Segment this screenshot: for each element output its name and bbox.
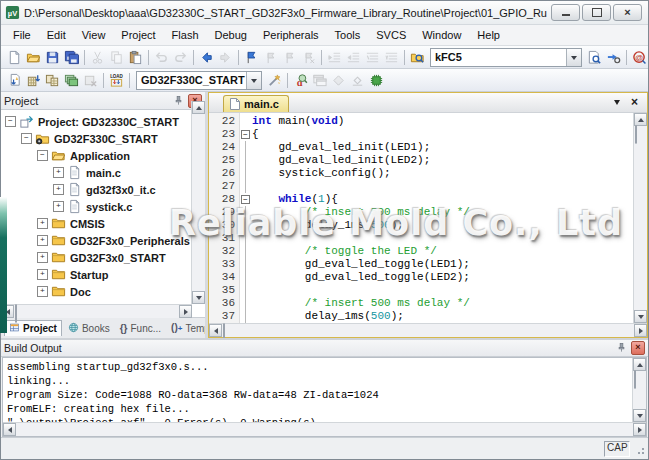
tree-item-project-gd32330c-start[interactable]: −Project: GD32330C_START — [1, 113, 205, 130]
tab-list-dropdown-icon[interactable] — [614, 100, 620, 108]
menu-item-flash[interactable]: Flash — [164, 27, 207, 43]
menu-item-tools[interactable]: Tools — [327, 27, 369, 43]
resize-grip[interactable] — [633, 442, 646, 455]
build-button[interactable] — [24, 71, 43, 89]
expander-plus-icon[interactable]: + — [53, 184, 64, 195]
code-line[interactable]: 22int main(void) — [209, 115, 633, 128]
code-line[interactable]: 26 systick_config(); — [209, 167, 633, 180]
menu-item-edit[interactable]: Edit — [39, 27, 74, 43]
expander-plus-icon[interactable]: + — [37, 235, 48, 246]
code-line[interactable]: 35 — [209, 284, 633, 297]
tree-item-gd32f3x0-peripherals[interactable]: +GD32F3x0_Peripherals — [1, 232, 205, 249]
tree-item-cmsis[interactable]: +CMSIS — [1, 215, 205, 232]
chevron-down-icon[interactable] — [246, 72, 261, 89]
code-line[interactable]: 31 — [209, 232, 633, 245]
expander-plus-icon[interactable]: + — [37, 252, 48, 263]
minimize-button[interactable] — [551, 4, 580, 21]
scroll-right-icon[interactable] — [633, 423, 646, 436]
menu-item-peripherals[interactable]: Peripherals — [255, 27, 327, 43]
menu-item-window[interactable]: Window — [414, 27, 469, 43]
open-file-button[interactable] — [24, 48, 43, 66]
incremental-find-button[interactable] — [604, 48, 623, 66]
find-next-button[interactable] — [585, 48, 604, 66]
expander-minus-icon[interactable]: − — [5, 116, 16, 127]
code-line[interactable]: 23−{ — [209, 128, 633, 141]
rebuild-button[interactable] — [43, 71, 62, 89]
target-combobox[interactable]: GD32F330C_START — [136, 71, 262, 90]
editor-vertical-scrollbar[interactable] — [633, 113, 647, 323]
close-button[interactable]: × — [613, 4, 642, 21]
tree-item-main-c[interactable]: +main.c — [1, 164, 205, 181]
tree-item-application[interactable]: −Application — [1, 147, 205, 164]
maximize-button[interactable] — [582, 4, 611, 21]
save-all-button[interactable] — [62, 48, 81, 66]
code-line[interactable]: 29 /* insert 500 ms delay */ — [209, 206, 633, 219]
translate-button[interactable] — [5, 71, 24, 89]
scroll-left-icon[interactable] — [209, 324, 222, 337]
pin-icon[interactable] — [616, 339, 627, 357]
project-tree-horizontal-scrollbar[interactable] — [1, 304, 192, 318]
scroll-down-icon[interactable] — [633, 409, 646, 422]
code-line[interactable]: 27 — [209, 180, 633, 193]
menu-item-project[interactable]: Project — [113, 27, 163, 43]
menu-item-debug[interactable]: Debug — [207, 27, 255, 43]
find-in-files-button[interactable] — [408, 48, 427, 66]
code-line[interactable]: 25 gd_eval_led_init(LED2); — [209, 154, 633, 167]
code-area[interactable]: 22int main(void)23−{24 gd_eval_led_init(… — [209, 113, 633, 323]
code-line[interactable]: 33 gd_eval_led_toggle(LED1); — [209, 258, 633, 271]
scroll-right-icon[interactable] — [634, 324, 647, 337]
code-line[interactable]: 37 delay_1ms(500); — [209, 310, 633, 323]
paste-button[interactable] — [126, 48, 145, 66]
pack-installer-button[interactable] — [367, 71, 386, 89]
tree-item-doc[interactable]: +Doc — [1, 283, 205, 300]
tree-item-gd32f3x0-it-c[interactable]: +gd32f3x0_it.c — [1, 181, 205, 198]
tree-item-gd32f330c-start[interactable]: −GD32F330C_START — [1, 130, 205, 147]
find-combobox[interactable]: kFC5 — [430, 48, 582, 67]
tree-item-systick-c[interactable]: +systick.c — [1, 198, 205, 215]
tree-item-gd32f3x0-start[interactable]: +GD32F3x0_START — [1, 249, 205, 266]
editor-horizontal-scrollbar[interactable] — [209, 323, 647, 337]
panel-tab-temp[interactable]: ()+Temp... — [167, 321, 205, 335]
fold-collapse-icon[interactable]: − — [239, 193, 252, 206]
scroll-left-icon[interactable] — [3, 423, 16, 436]
menu-item-file[interactable]: File — [5, 27, 39, 43]
expander-plus-icon[interactable]: + — [53, 201, 64, 212]
code-line[interactable]: 28− while(1){ — [209, 193, 633, 206]
scroll-down-icon[interactable] — [192, 291, 205, 304]
expander-plus-icon[interactable]: + — [37, 218, 48, 229]
menu-item-view[interactable]: View — [74, 27, 114, 43]
chevron-down-icon[interactable] — [566, 49, 581, 66]
scroll-up-icon[interactable] — [192, 101, 205, 114]
expander-plus-icon[interactable]: + — [53, 167, 64, 178]
download-load-button[interactable]: LOAD — [107, 71, 126, 89]
save-button[interactable] — [43, 48, 62, 66]
code-line[interactable]: 32 /* toggle the LED */ — [209, 245, 633, 258]
navigate-back-button[interactable] — [197, 48, 216, 66]
expander-plus-icon[interactable]: + — [37, 286, 48, 297]
bookmark-toggle-button[interactable] — [242, 48, 261, 66]
scroll-right-icon[interactable] — [179, 305, 192, 318]
scrollbar-thumb[interactable] — [635, 125, 637, 144]
code-line[interactable]: 30 delay_1ms(500); — [209, 219, 633, 232]
panel-tab-func[interactable]: {}Func... — [116, 322, 165, 335]
tab-main-c[interactable]: main.c — [223, 95, 289, 112]
batch-build-button[interactable] — [62, 71, 81, 89]
build-output-text[interactable]: assembling startup_gd32f3x0.s...linking.… — [3, 358, 632, 422]
title-bar[interactable]: µV D:\Personal\Desktop\aaa\GD32330C_STAR… — [1, 1, 648, 25]
editor-close-icon[interactable]: × — [631, 97, 638, 107]
menu-item-svcs[interactable]: SVCS — [368, 27, 414, 43]
build-output-close-button[interactable]: × — [631, 341, 645, 355]
fold-collapse-icon[interactable]: − — [239, 128, 252, 141]
pin-icon[interactable] — [173, 92, 184, 110]
code-line[interactable]: 34 gd_eval_led_toggle(LED2); — [209, 271, 633, 284]
build-output-vertical-scrollbar[interactable] — [632, 358, 646, 422]
expander-minus-icon[interactable]: − — [21, 133, 32, 144]
panel-tab-books[interactable]: Books — [64, 321, 114, 336]
help-search-button[interactable]: @ — [630, 48, 648, 66]
scrollbar-thumb[interactable] — [634, 370, 636, 389]
scrollbar-thumb[interactable] — [15, 304, 17, 323]
tree-item-startup[interactable]: +Startup — [1, 266, 205, 283]
expander-plus-icon[interactable]: + — [37, 269, 48, 280]
menu-item-help[interactable]: Help — [469, 27, 508, 43]
project-tree-vertical-scrollbar[interactable] — [191, 101, 205, 304]
